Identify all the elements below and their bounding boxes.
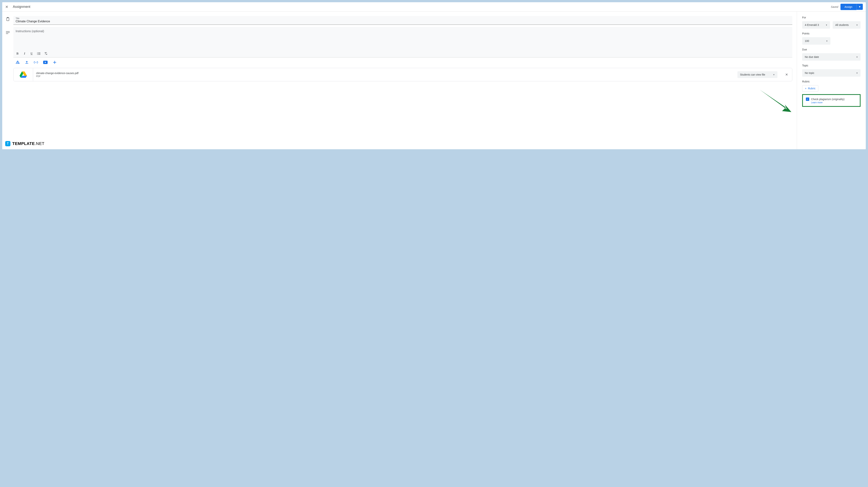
chevron-down-icon: ▼ (856, 56, 858, 58)
bold-button[interactable]: B (16, 52, 19, 55)
attachment-permission-dropdown[interactable]: Students can view file ▼ (738, 71, 777, 78)
underline-button[interactable]: U (30, 52, 33, 55)
title-input[interactable] (16, 19, 790, 23)
plagiarism-highlight-box: ✓ Check plagiarism (originality) Learn m… (802, 94, 861, 107)
attachment-card: climate-change-evidence-causes.pdf PDF S… (13, 68, 792, 81)
instructions-input[interactable]: Instructions (optional) (13, 27, 792, 50)
bullet-list-button[interactable] (37, 52, 40, 55)
svg-rect-3 (6, 32, 10, 33)
left-gutter (2, 11, 13, 149)
attachment-info[interactable]: climate-change-evidence-causes.pdf PDF (33, 71, 738, 78)
svg-rect-10 (38, 54, 40, 55)
sidebar-panel: For 4-Emerald 3 ▼ All students ▼ Points … (797, 11, 866, 149)
attachment-permission-label: Students can view file (740, 73, 765, 76)
watermark-text: TEMPLATE.NET (12, 141, 44, 146)
chevron-down-icon: ▼ (856, 24, 858, 26)
students-dropdown[interactable]: All students ▼ (833, 21, 861, 29)
assign-button[interactable]: Assign (840, 4, 857, 10)
chevron-down-icon: ▼ (856, 72, 858, 74)
title-label: Title (16, 17, 790, 19)
assignment-editor: ✕ Assignment Saved Assign ▼ Title Instru… (2, 2, 866, 149)
topic-dropdown[interactable]: No topic ▼ (802, 69, 861, 77)
class-dropdown[interactable]: 4-Emerald 3 ▼ (802, 21, 830, 29)
close-icon[interactable]: ✕ (5, 5, 8, 9)
watermark-brand: TEMPLATE (12, 141, 35, 146)
main-panel: Title Instructions (optional) B I U (13, 11, 797, 149)
youtube-attach-button[interactable] (43, 61, 48, 64)
assign-dropdown-button[interactable]: ▼ (857, 4, 863, 10)
text-lines-icon (6, 31, 10, 35)
google-drive-icon (19, 71, 27, 78)
svg-rect-1 (7, 17, 8, 18)
chevron-down-icon: ▼ (773, 74, 775, 76)
points-value: 100 (805, 39, 809, 42)
attachment-filetype: PDF (36, 75, 735, 78)
saved-status: Saved (831, 5, 838, 8)
due-dropdown[interactable]: No due date ▼ (802, 53, 861, 61)
template-logo-icon: T (5, 141, 10, 146)
learn-more-link[interactable]: Learn more (811, 101, 857, 104)
plus-icon: + (805, 87, 806, 90)
page-title: Assignment (13, 5, 831, 9)
create-attach-button[interactable] (53, 60, 57, 64)
watermark-suffix: .NET (35, 141, 44, 146)
upload-attach-button[interactable] (25, 60, 29, 64)
for-label: For (802, 16, 861, 19)
topic-value: No topic (805, 71, 814, 75)
svg-rect-6 (38, 53, 40, 53)
svg-point-7 (37, 53, 38, 54)
check-icon: ✓ (807, 98, 808, 101)
plagiarism-label: Check plagiarism (originality) (811, 98, 844, 101)
topic-label: Topic (802, 64, 861, 67)
remove-attachment-button[interactable]: ✕ (781, 73, 792, 77)
add-rubric-button[interactable]: + Rubric (802, 85, 818, 91)
points-label: Points (802, 32, 861, 35)
watermark: T TEMPLATE.NET (5, 141, 44, 146)
svg-point-5 (37, 53, 38, 53)
clipboard-icon (6, 17, 10, 22)
due-label: Due (802, 48, 861, 51)
svg-point-9 (37, 54, 38, 55)
italic-button[interactable]: I (23, 52, 26, 55)
instructions-placeholder: Instructions (optional) (16, 30, 44, 33)
link-attach-button[interactable] (34, 61, 38, 63)
chevron-down-icon: ▼ (826, 40, 828, 42)
format-toolbar: B I U (13, 50, 792, 57)
attachment-filename: climate-change-evidence-causes.pdf (36, 71, 735, 75)
attach-toolbar (13, 57, 792, 67)
body: Title Instructions (optional) B I U (2, 11, 866, 149)
plagiarism-checkbox[interactable]: ✓ (806, 97, 809, 101)
drive-attach-button[interactable] (16, 60, 20, 64)
students-value: All students (835, 24, 849, 26)
chevron-down-icon: ▼ (826, 24, 828, 26)
points-dropdown[interactable]: 100 ▼ (802, 37, 831, 45)
svg-rect-8 (38, 53, 40, 54)
title-field[interactable]: Title (13, 16, 792, 25)
rubric-label: Rubric (802, 80, 861, 83)
due-value: No due date (805, 55, 819, 58)
chevron-down-icon: ▼ (859, 5, 861, 8)
header-bar: ✕ Assignment Saved Assign ▼ (2, 2, 866, 11)
drive-thumbnail[interactable] (13, 68, 33, 81)
svg-rect-2 (6, 31, 10, 32)
rubric-button-label: Rubric (808, 87, 815, 90)
clear-format-button[interactable] (44, 52, 48, 55)
svg-rect-4 (6, 33, 8, 34)
instructions-area: Instructions (optional) B I U (13, 27, 792, 57)
class-value: 4-Emerald 3 (805, 24, 819, 26)
